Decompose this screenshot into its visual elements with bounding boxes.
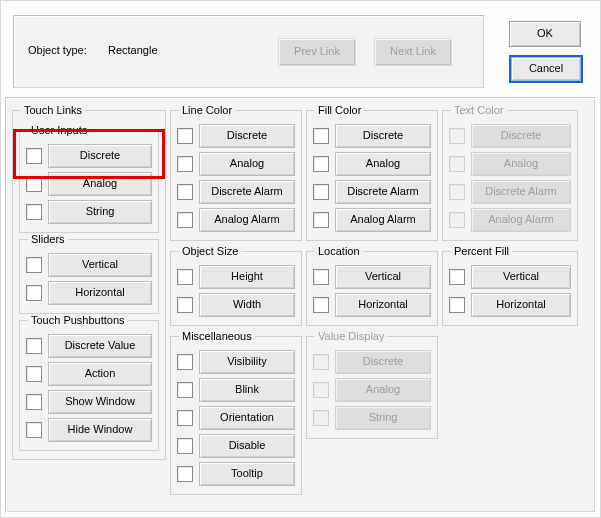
text-color-discrete-checkbox	[449, 128, 465, 144]
pb-action-checkbox[interactable]	[26, 366, 42, 382]
location-vertical-button[interactable]: Vertical	[335, 265, 431, 289]
object-type-frame: Object type: Rectangle Prev Link Next Li…	[13, 15, 485, 89]
fill-color-legend: Fill Color	[315, 104, 364, 116]
misc-orientation-checkbox[interactable]	[177, 410, 193, 426]
pb-show-window-button[interactable]: Show Window	[48, 390, 152, 414]
percent-fill-legend: Percent Fill	[451, 245, 512, 257]
touch-links-column: Touch Links User Inputs Discrete Analog	[12, 104, 166, 506]
sliders-legend: Sliders	[28, 233, 68, 245]
touch-links-legend: Touch Links	[21, 104, 85, 116]
text-color-analog-checkbox	[449, 156, 465, 172]
user-inputs-analog-button[interactable]: Analog	[48, 172, 152, 196]
misc-blink-checkbox[interactable]	[177, 382, 193, 398]
fill-color-analog-alarm-checkbox[interactable]	[313, 212, 329, 228]
line-color-discrete-button[interactable]: Discrete	[199, 124, 295, 148]
value-display-string-checkbox	[313, 410, 329, 426]
text-color-group: Text Color Discrete Analog Discrete Alar…	[442, 104, 578, 241]
value-display-legend: Value Display	[315, 330, 387, 342]
misc-visibility-button[interactable]: Visibility	[199, 350, 295, 374]
user-inputs-discrete-button[interactable]: Discrete	[48, 144, 152, 168]
misc-disable-button[interactable]: Disable	[199, 434, 295, 458]
object-size-height-checkbox[interactable]	[177, 269, 193, 285]
object-size-legend: Object Size	[179, 245, 241, 257]
line-color-discrete-alarm-button[interactable]: Discrete Alarm	[199, 180, 295, 204]
location-horizontal-checkbox[interactable]	[313, 297, 329, 313]
links-panel: Touch Links User Inputs Discrete Analog	[5, 97, 596, 513]
location-group: Location Vertical Horizontal	[306, 245, 438, 326]
misc-tooltip-button[interactable]: Tooltip	[199, 462, 295, 486]
fill-color-discrete-button[interactable]: Discrete	[335, 124, 431, 148]
pb-hide-window-checkbox[interactable]	[26, 422, 42, 438]
value-display-group: Value Display Discrete Analog String	[306, 330, 438, 439]
pb-hide-window-button[interactable]: Hide Window	[48, 418, 152, 442]
fill-color-discrete-alarm-checkbox[interactable]	[313, 184, 329, 200]
line-color-analog-alarm-button[interactable]: Analog Alarm	[199, 208, 295, 232]
link-properties-window: { "header": { "object_type_label": "Obje…	[0, 0, 601, 518]
location-horizontal-button[interactable]: Horizontal	[335, 293, 431, 317]
fill-color-discrete-alarm-button[interactable]: Discrete Alarm	[335, 180, 431, 204]
sliders-horizontal-button[interactable]: Horizontal	[48, 281, 152, 305]
fill-color-group: Fill Color Discrete Analog Discrete Alar…	[306, 104, 438, 241]
percent-fill-horizontal-button[interactable]: Horizontal	[471, 293, 571, 317]
sliders-group: Sliders Vertical Horizontal	[19, 233, 159, 314]
value-display-analog-checkbox	[313, 382, 329, 398]
pb-discrete-value-button[interactable]: Discrete Value	[48, 334, 152, 358]
miscellaneous-group: Miscellaneous Visibility Blink Orientati…	[170, 330, 302, 495]
value-display-string-button: String	[335, 406, 431, 430]
pb-show-window-checkbox[interactable]	[26, 394, 42, 410]
text-color-analog-button: Analog	[471, 152, 571, 176]
text-color-discrete-button: Discrete	[471, 124, 571, 148]
text-color-analog-alarm-checkbox	[449, 212, 465, 228]
percent-fill-horizontal-checkbox[interactable]	[449, 297, 465, 313]
line-color-group: Line Color Discrete Analog Discrete Alar…	[170, 104, 302, 241]
misc-disable-checkbox[interactable]	[177, 438, 193, 454]
value-display-discrete-checkbox	[313, 354, 329, 370]
user-inputs-group: User Inputs Discrete Analog String	[19, 124, 159, 233]
value-display-analog-button: Analog	[335, 378, 431, 402]
touch-pushbuttons-legend: Touch Pushbuttons	[28, 314, 128, 326]
value-display-discrete-button: Discrete	[335, 350, 431, 374]
line-color-analog-button[interactable]: Analog	[199, 152, 295, 176]
user-inputs-analog-checkbox[interactable]	[26, 176, 42, 192]
user-inputs-string-checkbox[interactable]	[26, 204, 42, 220]
fill-color-analog-button[interactable]: Analog	[335, 152, 431, 176]
line-color-analog-checkbox[interactable]	[177, 156, 193, 172]
sliders-vertical-button[interactable]: Vertical	[48, 253, 152, 277]
misc-orientation-button[interactable]: Orientation	[199, 406, 295, 430]
line-color-discrete-alarm-checkbox[interactable]	[177, 184, 193, 200]
object-type-label: Object type:	[28, 44, 87, 56]
line-color-discrete-checkbox[interactable]	[177, 128, 193, 144]
ok-button[interactable]: OK	[509, 21, 581, 47]
prev-link-button[interactable]: Prev Link	[278, 38, 356, 66]
object-type-value: Rectangle	[108, 44, 158, 56]
miscellaneous-legend: Miscellaneous	[179, 330, 255, 342]
touch-links-group: Touch Links User Inputs Discrete Analog	[12, 104, 166, 460]
location-vertical-checkbox[interactable]	[313, 269, 329, 285]
misc-tooltip-checkbox[interactable]	[177, 466, 193, 482]
fill-color-analog-alarm-button[interactable]: Analog Alarm	[335, 208, 431, 232]
cancel-button[interactable]: Cancel	[509, 55, 583, 83]
line-color-analog-alarm-checkbox[interactable]	[177, 212, 193, 228]
pb-action-button[interactable]: Action	[48, 362, 152, 386]
percent-fill-group: Percent Fill Vertical Horizontal	[442, 245, 578, 326]
header-strip: Object type: Rectangle Prev Link Next Li…	[9, 11, 592, 89]
text-color-discrete-alarm-button: Discrete Alarm	[471, 180, 571, 204]
object-size-height-button[interactable]: Height	[199, 265, 295, 289]
touch-pushbuttons-group: Touch Pushbuttons Discrete Value Action …	[19, 314, 159, 451]
fill-color-discrete-checkbox[interactable]	[313, 128, 329, 144]
percent-fill-vertical-button[interactable]: Vertical	[471, 265, 571, 289]
sliders-horizontal-checkbox[interactable]	[26, 285, 42, 301]
user-inputs-legend: User Inputs	[28, 124, 90, 136]
next-link-button[interactable]: Next Link	[374, 38, 452, 66]
percent-fill-vertical-checkbox[interactable]	[449, 269, 465, 285]
misc-visibility-checkbox[interactable]	[177, 354, 193, 370]
sliders-vertical-checkbox[interactable]	[26, 257, 42, 273]
object-size-width-checkbox[interactable]	[177, 297, 193, 313]
user-inputs-discrete-checkbox[interactable]	[26, 148, 42, 164]
misc-blink-button[interactable]: Blink	[199, 378, 295, 402]
text-color-discrete-alarm-checkbox	[449, 184, 465, 200]
pb-discrete-value-checkbox[interactable]	[26, 338, 42, 354]
fill-color-analog-checkbox[interactable]	[313, 156, 329, 172]
object-size-width-button[interactable]: Width	[199, 293, 295, 317]
user-inputs-string-button[interactable]: String	[48, 200, 152, 224]
